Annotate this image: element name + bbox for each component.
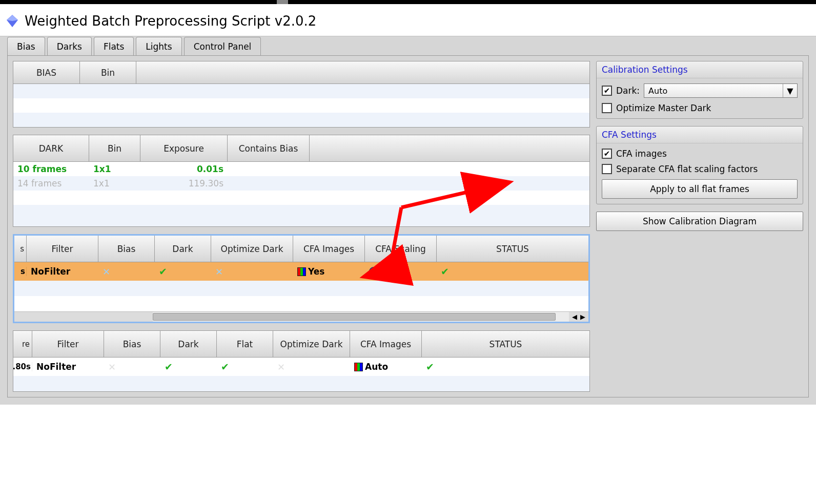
- control-panel-body: BIAS Bin DARK Bin Exposure Contains Bias: [7, 55, 809, 397]
- tab-flats[interactable]: Flats: [94, 37, 134, 56]
- dark-header-exposure[interactable]: Exposure: [140, 135, 228, 161]
- bias-header-blank: [136, 61, 589, 83]
- separate-cfa-row: Separate CFA flat scaling factors: [602, 164, 798, 174]
- light-header-bias[interactable]: Bias: [104, 331, 160, 357]
- check-icon: ✔: [221, 361, 229, 372]
- dark-cell-frames: 14 frames: [13, 177, 89, 190]
- flat-table-row[interactable]: s NoFilter ✕ ✔ ✕ Yes No ✔: [14, 262, 588, 281]
- tab-control-panel[interactable]: Control Panel: [184, 37, 261, 56]
- dark-cell-frames: 10 frames: [13, 162, 89, 176]
- flat-header-cfa-scaling[interactable]: CFA Scaling: [365, 236, 437, 262]
- optimize-master-dark-checkbox[interactable]: [602, 103, 612, 113]
- hscroll-track[interactable]: [153, 312, 569, 322]
- window-grab-handle[interactable]: [277, 0, 288, 4]
- dark-label: Dark:: [616, 86, 640, 96]
- cfa-images-label: CFA images: [616, 149, 667, 159]
- cfa-settings-title: CFA Settings: [597, 127, 803, 143]
- separate-cfa-checkbox[interactable]: [602, 164, 612, 174]
- light-cell-optimize-dark: ✕: [273, 360, 350, 374]
- tab-lights[interactable]: Lights: [136, 37, 181, 56]
- flat-table: s Filter Bias Dark Optimize Dark CFA Ima…: [13, 234, 590, 323]
- rgb-icon: [297, 267, 306, 276]
- chevron-down-icon: ▼: [783, 84, 797, 97]
- tab-bias[interactable]: Bias: [7, 37, 45, 56]
- flat-header-bias[interactable]: Bias: [98, 236, 155, 262]
- window-body: Weighted Batch Preprocessing Script v2.0…: [0, 4, 816, 405]
- light-cell-filter: NoFilter: [32, 360, 104, 373]
- half-circle-icon: [369, 267, 378, 276]
- dark-cell-bin: 1x1: [89, 162, 140, 176]
- bias-header-bin[interactable]: Bin: [80, 61, 136, 83]
- dark-table-empty-row: [13, 205, 589, 226]
- flat-cell-status: ✔: [437, 264, 588, 279]
- dark-table-row[interactable]: 10 frames 1x1 0.01s: [13, 162, 589, 176]
- dark-header-bin[interactable]: Bin: [89, 135, 140, 161]
- dark-table: DARK Bin Exposure Contains Bias 10 frame…: [13, 135, 590, 227]
- dark-header-dark[interactable]: DARK: [13, 135, 89, 161]
- rgb-icon: [354, 363, 363, 371]
- flat-header-filter[interactable]: Filter: [27, 236, 98, 262]
- show-calibration-diagram-button[interactable]: Show Calibration Diagram: [596, 212, 803, 231]
- dark-table-header: DARK Bin Exposure Contains Bias: [13, 135, 589, 162]
- flat-cell-filter: NoFilter: [27, 265, 98, 278]
- light-header-flat[interactable]: Flat: [217, 331, 273, 357]
- light-header-cfa-images[interactable]: CFA Images: [350, 331, 422, 357]
- tab-darks[interactable]: Darks: [47, 37, 92, 56]
- svg-marker-1: [7, 15, 18, 21]
- hscroll-right-icon[interactable]: ▶: [580, 313, 585, 321]
- flat-cell-cfa-scaling-value: No: [380, 266, 394, 277]
- flat-cell-dark: ✔: [155, 264, 211, 279]
- dark-cell-contains: [228, 182, 310, 185]
- x-icon: ✕: [103, 266, 110, 277]
- flat-header-cfa-images[interactable]: CFA Images: [293, 236, 365, 262]
- hscroll-left-icon[interactable]: ◀: [572, 313, 577, 321]
- light-table-row[interactable]: .80s NoFilter ✕ ✔ ✔ ✕ Auto ✔: [13, 358, 589, 376]
- dark-cell-contains: [228, 167, 310, 171]
- light-table: re Filter Bias Dark Flat Optimize Dark C…: [13, 330, 590, 392]
- dark-combo[interactable]: Auto ▼: [644, 83, 798, 98]
- dark-header-contains-bias[interactable]: Contains Bias: [228, 135, 310, 161]
- flat-header-optimize-dark[interactable]: Optimize Dark: [211, 236, 293, 262]
- app-title: Weighted Batch Preprocessing Script v2.0…: [25, 13, 316, 29]
- left-column: BIAS Bin DARK Bin Exposure Contains Bias: [13, 61, 590, 392]
- flat-table-empty-row: [14, 281, 588, 296]
- light-cell-dark: ✔: [160, 360, 217, 374]
- right-column: Calibration Settings Dark: Auto ▼: [596, 61, 803, 392]
- window-titlebar: [0, 0, 816, 4]
- flat-cell-bias: ✕: [98, 265, 155, 279]
- flat-header-dark[interactable]: Dark: [155, 236, 211, 262]
- tabbar: Bias Darks Flats Lights Control Panel: [7, 37, 809, 56]
- check-icon: ✔: [426, 361, 434, 372]
- cfa-images-checkbox[interactable]: [602, 149, 612, 159]
- bias-header-bias[interactable]: BIAS: [13, 61, 80, 83]
- optimize-master-dark-label: Optimize Master Dark: [616, 103, 711, 113]
- light-cell-cfa-images: Auto: [350, 360, 422, 373]
- light-table-empty-row: [13, 376, 589, 391]
- flat-table-empty-row: [14, 296, 588, 311]
- dark-header-blank: [310, 135, 589, 161]
- flat-cell-cfa-scaling: No: [365, 265, 437, 278]
- apply-all-flats-button[interactable]: Apply to all flat frames: [602, 179, 798, 199]
- app-icon: [5, 14, 19, 28]
- flat-header-status[interactable]: STATUS: [437, 236, 588, 262]
- flat-cell-partial: s: [14, 267, 27, 276]
- bias-table: BIAS Bin: [13, 61, 590, 128]
- light-cell-cfa-images-value: Auto: [365, 362, 388, 372]
- x-icon: ✕: [108, 362, 116, 372]
- dark-table-row[interactable]: 14 frames 1x1 119.30s: [13, 176, 589, 191]
- flat-table-hscroll[interactable]: ◀ ▶: [14, 311, 588, 322]
- title-row: Weighted Batch Preprocessing Script v2.0…: [0, 4, 816, 36]
- hscroll-thumb[interactable]: [153, 313, 556, 321]
- flat-cell-cfa-images-value: Yes: [308, 266, 324, 277]
- flat-table-header-row: s Filter Bias Dark Optimize Dark CFA Ima…: [14, 236, 588, 262]
- bias-table-empty-row: [13, 113, 589, 127]
- light-header-filter[interactable]: Filter: [32, 331, 104, 357]
- dark-checkbox[interactable]: [602, 86, 612, 96]
- x-icon: ✕: [215, 266, 223, 277]
- light-header-dark[interactable]: Dark: [160, 331, 217, 357]
- x-icon: ✕: [277, 362, 285, 372]
- light-header-status[interactable]: STATUS: [422, 331, 589, 357]
- cfa-images-row: CFA images: [602, 149, 798, 159]
- light-cell-bias: ✕: [104, 360, 160, 374]
- light-header-optimize-dark[interactable]: Optimize Dark: [273, 331, 350, 357]
